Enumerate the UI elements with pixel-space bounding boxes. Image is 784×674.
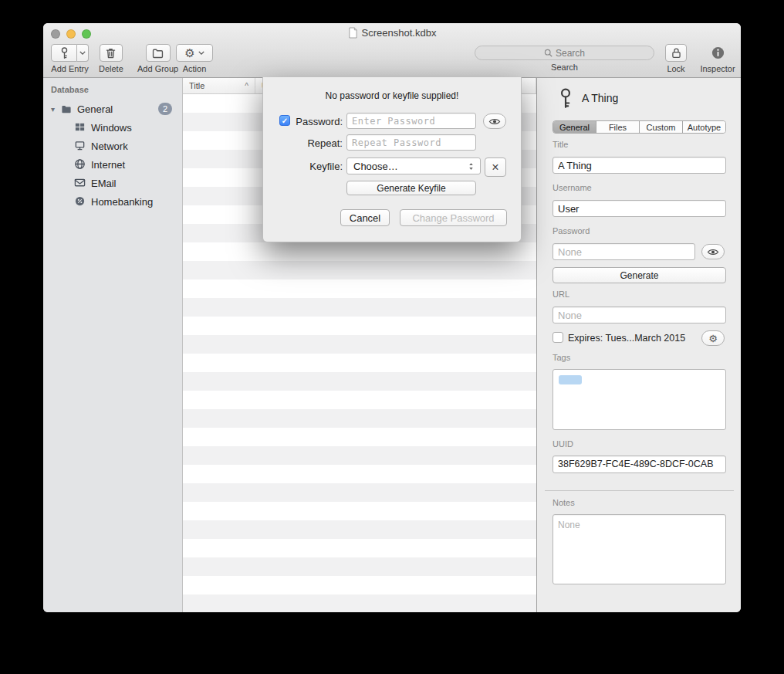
repeat-label: Repeat: xyxy=(263,137,343,149)
tab-files[interactable]: Files xyxy=(596,121,640,133)
lock-icon xyxy=(671,46,682,59)
action-button[interactable]: ⚙ xyxy=(176,44,213,62)
sidebar-item-homebanking[interactable]: Homebanking xyxy=(43,192,183,211)
keyfile-label: Keyfile: xyxy=(263,161,343,172)
tab-autotype[interactable]: Autotype xyxy=(683,121,725,133)
sidebar-item-label: Homebanking xyxy=(91,196,153,208)
add-group-toolbar-item: Add Group xyxy=(137,44,178,73)
group-count-badge: 2 xyxy=(158,103,172,115)
tab-general[interactable]: General xyxy=(553,121,596,133)
password-field-label: Password xyxy=(553,226,590,235)
delete-toolbar-item: Delete xyxy=(99,44,123,73)
uuid-field[interactable]: 38F629B7-FC4E-489C-8DCF-0CAB xyxy=(553,456,726,473)
sidebar-item-internet[interactable]: Internet xyxy=(43,155,183,174)
url-field[interactable] xyxy=(553,307,726,323)
action-label: Action xyxy=(183,64,207,73)
generate-label: Generate xyxy=(620,270,658,281)
inspector-button[interactable] xyxy=(711,44,725,62)
password-sheet: No password or keyfile supplied! ✓ Passw… xyxy=(262,77,522,242)
sheet-message: No password or keyfile supplied! xyxy=(263,90,521,101)
add-group-button[interactable] xyxy=(146,44,171,62)
lock-label: Lock xyxy=(667,64,684,73)
key-icon xyxy=(557,87,574,109)
lock-toolbar-item: Lock xyxy=(665,44,687,73)
sidebar-item-label: General xyxy=(77,103,113,115)
sidebar-item-label: EMail xyxy=(91,178,117,189)
action-toolbar-item: ⚙ Action xyxy=(176,44,213,73)
expires-label: Expires: Tues...March 2015 xyxy=(568,333,685,344)
sidebar-item-label: Windows xyxy=(91,122,132,134)
sidebar-item-network[interactable]: Network xyxy=(43,137,183,155)
add-entry-button[interactable] xyxy=(51,44,77,62)
cancel-button[interactable]: Cancel xyxy=(340,209,390,226)
search-label: Search xyxy=(551,63,578,72)
notes-field-label: Notes xyxy=(553,498,575,507)
generate-password-button[interactable]: Generate xyxy=(553,267,726,283)
info-circle-icon xyxy=(711,46,725,60)
sort-ascending-icon: ^ xyxy=(245,82,248,90)
title-field[interactable] xyxy=(553,157,726,174)
inspector-panel: A Thing General Files Custom Autotype Ti… xyxy=(536,78,741,612)
sidebar-item-general[interactable]: ▾ General 2 xyxy=(43,100,183,118)
generate-keyfile-label: Generate Keyfile xyxy=(377,183,445,194)
key-icon xyxy=(58,46,71,59)
folder-icon xyxy=(60,103,73,115)
windows-icon xyxy=(74,121,86,134)
delete-button[interactable] xyxy=(100,44,123,62)
add-entry-dropdown-button[interactable] xyxy=(77,44,89,62)
password-field[interactable] xyxy=(553,243,695,260)
tab-custom[interactable]: Custom xyxy=(640,121,683,133)
disclosure-triangle-icon[interactable]: ▾ xyxy=(51,105,60,113)
sidebar-item-windows[interactable]: Windows xyxy=(43,118,183,137)
keyfile-popup-value: Choose… xyxy=(353,161,398,172)
search-toolbar-item: Search Search xyxy=(475,44,654,72)
sidebar-item-label: Network xyxy=(91,141,128,152)
inspector-toolbar-item: Inspector xyxy=(695,44,740,73)
search-input[interactable]: Search xyxy=(475,46,654,60)
tag-chip[interactable] xyxy=(559,375,582,384)
gear-icon: ⚙ xyxy=(184,47,194,59)
gear-icon: ⚙ xyxy=(708,334,718,344)
password-label: Password: xyxy=(263,116,343,127)
cancel-label: Cancel xyxy=(350,212,380,224)
password-input[interactable] xyxy=(346,113,476,129)
envelope-icon xyxy=(74,177,86,189)
expires-checkbox[interactable] xyxy=(553,332,563,343)
notes-field[interactable]: None xyxy=(553,514,726,584)
add-entry-toolbar-item: Add Entry xyxy=(51,44,89,73)
username-field-label: Username xyxy=(553,183,592,192)
notes-placeholder: None xyxy=(558,520,580,530)
change-password-label: Change Password xyxy=(412,212,494,224)
column-header-label: Title xyxy=(189,81,204,90)
add-entry-label: Add Entry xyxy=(51,64,88,73)
generate-keyfile-button[interactable]: Generate Keyfile xyxy=(346,181,476,195)
sidebar-section-header: Database xyxy=(51,85,89,94)
chevron-down-icon xyxy=(79,51,86,55)
section-divider xyxy=(545,490,734,491)
delete-label: Delete xyxy=(99,64,123,73)
show-password-button[interactable] xyxy=(701,244,725,259)
stepper-arrows-icon xyxy=(468,162,474,171)
change-password-button[interactable]: Change Password xyxy=(400,209,507,226)
column-header-title[interactable]: Title ^ xyxy=(183,78,255,93)
network-icon xyxy=(74,140,86,152)
inspector-tabs: General Files Custom Autotype xyxy=(553,120,726,134)
window-chrome: Screenshot.kdbx Add Entry Delete xyxy=(43,23,741,78)
app-window: Screenshot.kdbx Add Entry Delete xyxy=(43,23,741,612)
document-proxy-icon xyxy=(348,27,358,39)
expires-settings-button[interactable]: ⚙ xyxy=(701,330,725,346)
search-icon xyxy=(544,49,553,57)
globe-icon xyxy=(74,158,86,171)
close-x-icon: × xyxy=(492,161,498,174)
keyfile-popup-button[interactable]: Choose… xyxy=(346,157,481,174)
folder-icon xyxy=(151,46,164,59)
lock-button[interactable] xyxy=(665,44,687,62)
show-password-button[interactable] xyxy=(483,113,506,129)
sidebar-item-email[interactable]: EMail xyxy=(43,174,183,192)
chevron-down-icon xyxy=(198,51,204,55)
repeat-password-input[interactable] xyxy=(346,134,476,151)
clear-keyfile-button[interactable]: × xyxy=(485,157,506,177)
titlebar: Screenshot.kdbx xyxy=(43,27,741,39)
username-field[interactable] xyxy=(553,200,726,217)
tags-field[interactable] xyxy=(553,369,726,430)
